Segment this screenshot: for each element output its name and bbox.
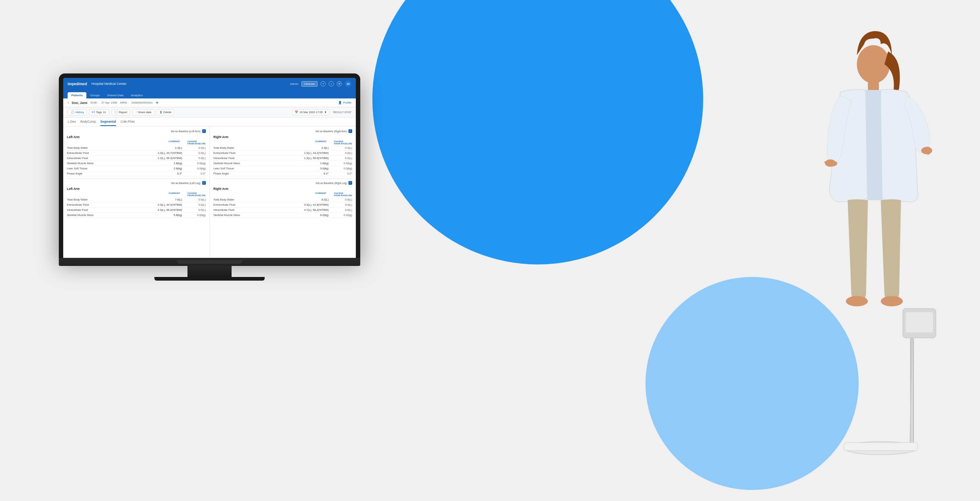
right-arm-row-3: Skeletal Muscle Mass 1.6(kg) 0.0(kg) [213,161,353,166]
date-label: 16 Mar 2023 17:05 [299,111,323,114]
history-button[interactable]: 🕑 History [68,109,87,115]
left-arm-row-2: Intracellular Fluid 1.2(L), 56.3(%TBW) 0… [67,156,206,161]
tab-ldex[interactable]: L-Dex [68,120,76,126]
nav-tab-groups[interactable]: Groups [86,92,103,98]
report-icon: 📄 [115,111,118,114]
left-leg-row-2: Intracellular Fluid 4.3(L), 56.0(%TBW) 0… [67,208,206,212]
report-button[interactable]: 📄 Report [111,109,130,115]
nav-tab-patients[interactable]: Patients [68,92,86,98]
right-arm-row-1: Extracellular Fluid 1.0(L), 43.2(%TBW) 0… [213,151,353,156]
left-leg-col-change: CHANGEFROM BASELINE [188,192,205,197]
right-leg-title: Right Arm [213,187,353,190]
share-icon: ↑ [135,111,137,114]
left-arm-table: CURRENT CHANGEFROM BASELINE Total Body W… [67,140,206,176]
left-leg-row-0: Total Body Water 7.6(L) 0.0(L) [67,197,206,202]
svg-rect-4 [906,312,933,332]
header-controls: Admin Clinician ? i ⚙ JD [290,81,352,87]
right-sections: Set as Baseline (Right Arm) ✓ Right Arm … [210,126,356,258]
right-arm-baseline-bar: Set as Baseline (Right Arm) ✓ [213,129,353,133]
left-divider [67,179,206,179]
laptop-stand [188,266,232,277]
left-leg-title: Left Arm [67,187,206,190]
back-button[interactable]: ‹ [68,101,69,105]
app-logo: impedimed [68,82,87,86]
right-arm-baseline-label: Set as Baseline (Right Arm) [315,130,347,133]
action-bar: 🕑 History 🏷 Tags 11 📄 Report ↑ Shar [63,107,356,117]
laptop-screen-border: impedimed Hospital Medical Center Admin … [59,73,360,258]
patient-mrn: 0000000000001 [131,101,153,104]
left-leg-table: CURRENT CHANGEFROM BASELINE Total Body W… [67,192,206,218]
laptop-screen: impedimed Hospital Medical Center Admin … [63,78,356,258]
left-arm-row-0: Total Body Water 2.2(L) 0.0(L) [67,146,206,151]
right-arm-table: CURRENT CHANGEFROM BASELINE Total Body W… [213,140,353,176]
right-leg-baseline-bar: Set as Baseline (Right Leg) ✓ [213,181,353,185]
settings-icon[interactable]: ⚙ [337,81,342,86]
tab-bodycomp[interactable]: BodyComp [81,120,96,126]
date-selector[interactable]: 📅 16 Mar 2023 17:05 ▼ [292,109,329,115]
tags-count: 11 [103,111,106,114]
nav-tab-shared-data[interactable]: Shared Data [103,92,127,98]
bg-blue-arc [372,0,703,265]
right-leg-baseline-label: Set as Baseline (Right Leg) [316,182,347,184]
help-icon[interactable]: ? [321,81,326,86]
hospital-name: Hospital Medical Center [92,82,290,86]
svg-point-10 [881,296,903,306]
left-leg-row-3: Skeletal Muscle Mass 5.8(kg) 0.0(kg) [67,212,206,218]
delete-label: Delete [164,111,172,114]
tags-icon: 🏷 [92,111,95,114]
left-arm-title: Left Arm [67,135,206,139]
right-arm-row-2: Intracellular Fluid 1.3(L), 56.8(%TBW) 0… [213,156,353,161]
left-leg-baseline-label: Set as Baseline (Left Leg) [171,182,201,184]
patient-dob: 27 Apr 1956 [102,101,117,104]
right-arm-row-4: Lean Soft Tissue 3.0(kg) 0.0(kg) [213,166,353,171]
right-leg-row-3: Skeletal Muscle Mass 6.0(kg) 0.0(kg) [213,212,353,218]
left-arm-row-4: Lean Soft Tissue 2.8(kg) 0.0(kg) [67,166,206,171]
right-arm-title: Right Arm [213,135,353,139]
tags-label: Tags [96,111,102,114]
right-arm-row-0: Total Body Water 2.3(L) 0.0(L) [213,146,353,151]
share-button[interactable]: ↑ Share data [132,109,154,115]
history-icon: 🕑 [71,111,74,114]
left-arm-col-current: CURRENT [169,140,180,145]
left-leg-table-header: CURRENT CHANGEFROM BASELINE [67,192,206,197]
laptop-notch [177,260,243,264]
content-tabs: L-Dex BodyComp Segmental Cole Plots [63,117,356,126]
profile-button[interactable]: 👤 Profile [338,101,352,104]
app-ui: impedimed Hospital Medical Center Admin … [63,78,356,258]
main-content: Set as Baseline (Left Arm) ✓ Left Arm CU… [63,126,356,258]
user-avatar[interactable]: JD [345,81,352,87]
tags-button[interactable]: 🏷 Tags 11 [89,109,109,115]
laptop-foot [154,277,265,281]
laptop-device: impedimed Hospital Medical Center Admin … [59,73,360,281]
right-leg-table: CURRENT CHANGEFROM BASELINE Total Body W… [213,192,353,218]
delete-icon: 🗑 [159,111,162,114]
left-arm-baseline-checkbox[interactable]: ✓ [202,129,206,133]
right-arm-baseline-checkbox[interactable]: ✓ [348,129,352,133]
patient-bar: ‹ Doe, Jane DOB : 27 Apr 1956 MRN : 0000… [63,98,356,107]
info-icon[interactable]: i [329,81,334,86]
left-leg-baseline-checkbox[interactable]: ✓ [202,181,206,185]
delete-button[interactable]: 🗑 Delete [157,109,175,115]
person-scale-svg [767,7,951,477]
right-arm-col-current: CURRENT [315,140,326,145]
right-leg-table-header: CURRENT CHANGEFROM BASELINE [213,192,353,197]
clinician-label[interactable]: Clinician [301,81,318,87]
calendar-icon: 📅 [295,111,298,114]
right-leg-row-0: Total Body Water 8.0(L) 0.0(L) [213,197,353,202]
report-label: Report [119,111,127,114]
patient-dob-label: DOB : [91,101,99,104]
left-arm-row-3: Skeletal Muscle Mass 1.6(kg) 0.0(kg) [67,161,206,166]
tab-cole-plots[interactable]: Cole Plots [121,120,135,126]
left-leg-row-1: Extracellular Fluid 3.3(L), 44.0(%TBW) 0… [67,202,206,208]
left-arm-row-5: Phase Angle 6.3° 0.0° [67,171,206,176]
visibility-icon[interactable]: 👁 [156,101,159,105]
left-arm-baseline-label: Set as Baseline (Left Arm) [170,130,200,133]
right-leg-row-2: Intracellular Fluid 4.7(L), 58.2(%TBW) 0… [213,208,353,212]
right-leg-baseline-checkbox[interactable]: ✓ [348,181,352,185]
date-chevron: ▼ [324,111,327,114]
left-sections: Set as Baseline (Left Arm) ✓ Left Arm CU… [63,126,210,258]
person-with-scale [767,7,951,477]
right-arm-row-5: Phase Angle 6.3° 0.0° [213,171,353,176]
nav-tab-analytics[interactable]: Analytics [127,92,146,98]
tab-segmental[interactable]: Segmental [100,120,116,126]
